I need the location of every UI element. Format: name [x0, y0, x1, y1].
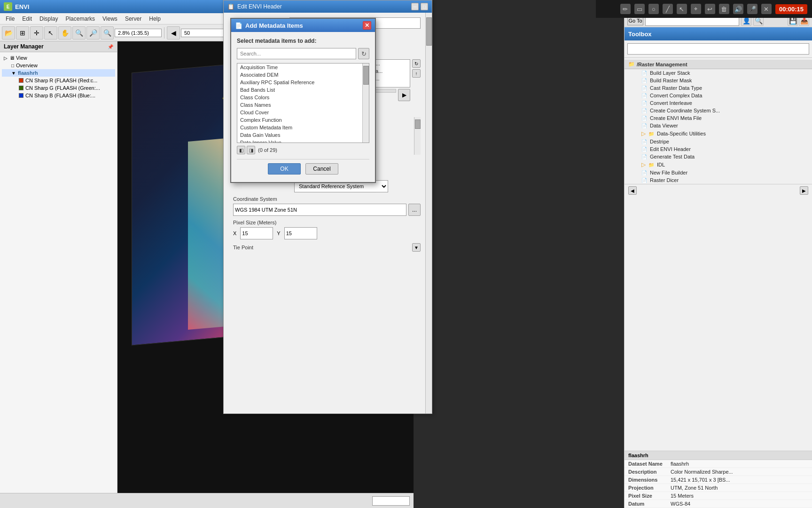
metadata-item-auxiliary-rpc[interactable]: Auxiliary RPC Spatial Reference [237, 79, 369, 86]
tool-label-15: Raster Dicer [650, 177, 679, 183]
tool-generate-test-data[interactable]: 📄 Generate Test Data [634, 153, 812, 160]
tool-convert-complex-data[interactable]: 📄 Convert Complex Data [634, 92, 812, 99]
status-input[interactable] [372, 496, 410, 506]
modal-title: Add Metadata Items [245, 22, 303, 29]
modal-close-btn[interactable]: ✕ [363, 21, 371, 30]
metadata-item-cloud-cover[interactable]: Cloud Cover [237, 109, 369, 116]
pixel-y-input[interactable] [284, 227, 317, 239]
tool-data-viewer[interactable]: 📄 Data Viewer [634, 122, 812, 129]
tool-label-11: Edit ENVI Header [650, 146, 691, 152]
zoom-out-btn[interactable]: 🔍 [101, 26, 114, 40]
tool-edit-envi-header[interactable]: 📄 Edit ENVI Header [634, 145, 812, 153]
dataset-row-name: Dataset Name flaashrh [625, 460, 812, 468]
zoom-level-btn[interactable]: 🔎 [86, 26, 100, 40]
zoom-in-btn[interactable]: 🔍 [72, 26, 86, 40]
line-tool-icon[interactable]: ╱ [663, 4, 673, 14]
coord-system-input[interactable] [233, 204, 406, 216]
metadata-item-class-colors[interactable]: Class Colors [237, 94, 369, 101]
delete-icon[interactable]: 🗑 [719, 4, 729, 14]
tool-destripe[interactable]: 📄 Destripe [634, 138, 812, 145]
layer-manager-pin-icon[interactable]: 📌 [108, 44, 113, 49]
brush-tool-icon[interactable]: ⌖ [691, 4, 701, 14]
tree-item-layer-blue[interactable]: CN Sharp B (FLAASH (Blue:... [2, 92, 115, 99]
crosshair-btn[interactable]: ✛ [30, 26, 43, 40]
minimize-btn[interactable]: ─ [411, 3, 419, 10]
metadata-item-data-gain[interactable]: Data Gain Values [237, 131, 369, 139]
band-refresh-btn[interactable]: ↻ [412, 59, 421, 68]
new-btn[interactable]: 📂 [2, 26, 15, 40]
menu-views[interactable]: Views [99, 15, 121, 23]
tree-nav-right[interactable]: ▶ [800, 186, 808, 195]
menu-edit[interactable]: Edit [18, 15, 36, 23]
maximize-btn[interactable]: □ [421, 3, 428, 10]
tie-point-expand-icon[interactable]: ▼ [412, 243, 421, 252]
metadata-listbox[interactable]: Acquisition Time Associated DEM Auxiliar… [237, 63, 369, 143]
menu-placemarks[interactable]: Placemarks [62, 15, 99, 23]
open-btn[interactable]: ⊞ [16, 26, 29, 40]
tool-new-file-builder[interactable]: 📄 New File Builder [634, 169, 812, 176]
metadata-item-custom-metadata[interactable]: Custom Metadata Item [237, 124, 369, 131]
pan-btn[interactable]: ✋ [58, 26, 71, 40]
tool-cast-raster-data-type[interactable]: 📄 Cast Raster Data Type [634, 84, 812, 92]
back-btn[interactable]: ◀ [167, 26, 180, 40]
tree-item-view[interactable]: ▷ 🖥 View [2, 54, 115, 62]
tool-build-raster-mask[interactable]: 📄 Build Raster Mask [634, 77, 812, 84]
tool-build-layer-stack[interactable]: 📄 Build Layer Stack [634, 69, 812, 77]
dataset-key-datum: Datum [628, 501, 671, 507]
metadata-refresh-btn[interactable]: ↻ [358, 48, 369, 59]
band-scroll-right[interactable]: ▶ [398, 89, 410, 101]
metadata-item-data-ignore[interactable]: Data Ignore Value [237, 139, 369, 143]
volume-icon[interactable]: 🔊 [733, 4, 743, 14]
pixel-x-input[interactable] [240, 227, 273, 239]
dataset-row-desc: Description Color Normalized Sharpe... [625, 468, 812, 476]
overview-expand-icon: □ [11, 63, 14, 68]
mic-icon[interactable]: 🎤 [747, 4, 757, 14]
undo-icon[interactable]: ↩ [705, 4, 715, 14]
tree-item-flaashrh[interactable]: ▼ flaashrh [2, 69, 115, 77]
modal-body: Select metadata items to add: ↻ Acquisit… [231, 32, 375, 182]
tool-convert-interleave[interactable]: 📄 Convert Interleave [634, 99, 812, 107]
menu-help[interactable]: Help [145, 15, 164, 23]
tool-file-icon-1: 📄 [641, 71, 647, 76]
status-btn2[interactable]: ◨ [247, 146, 255, 154]
rectangle-tool-icon[interactable]: ▭ [634, 4, 645, 14]
menu-file[interactable]: File [2, 15, 18, 23]
metadata-item-acquisition-time[interactable]: Acquisition Time [237, 64, 369, 71]
tool-create-coordinate-system[interactable]: 📄 Create Coordinate System S... [634, 107, 812, 114]
menu-display[interactable]: Display [36, 15, 62, 23]
tool-create-envi-meta[interactable]: 📄 Create ENVI Meta File [634, 114, 812, 122]
pointer-btn[interactable]: ↖ [44, 26, 57, 40]
tree-item-layer-green[interactable]: CN Sharp G (FLAASH (Green:... [2, 84, 115, 92]
tree-nav-left[interactable]: ◀ [628, 186, 637, 195]
band-up-btn[interactable]: ↑ [412, 69, 421, 78]
dataset-val-dims: 15,421 x 15,701 x 3 [BS... [671, 477, 808, 483]
circle-tool-icon[interactable]: ○ [648, 4, 659, 14]
frame-input[interactable] [181, 29, 228, 37]
menu-server[interactable]: Server [121, 15, 145, 23]
pencil-tool-icon[interactable]: ✏ [620, 4, 631, 14]
toolbox-search-input[interactable] [627, 43, 809, 55]
metadata-listbox-scrollbar[interactable] [362, 64, 369, 143]
tool-idl[interactable]: ▷ 📁 IDL [634, 160, 812, 169]
dataset-key-pixel: Pixel Size [628, 493, 671, 499]
dialog-scrollbar[interactable] [425, 13, 432, 413]
close-recording-icon[interactable]: ✕ [761, 4, 772, 14]
coord-browse-btn[interactable]: ... [408, 204, 421, 216]
status-btn1[interactable]: ◧ [237, 146, 245, 154]
metadata-search-input[interactable] [237, 48, 356, 59]
metadata-item-class-names[interactable]: Class Names [237, 101, 369, 109]
tree-item-overview[interactable]: □ Overview [2, 62, 115, 69]
metadata-item-complex-function[interactable]: Complex Function [237, 116, 369, 124]
metadata-item-associated-dem[interactable]: Associated DEM [237, 71, 369, 79]
modal-cancel-btn[interactable]: Cancel [305, 163, 338, 175]
zoom-display: 2.8% (1:35.5) [115, 29, 162, 37]
pixel-size-label: Pixel Size (Meters) [233, 220, 421, 225]
tree-item-layer-red[interactable]: CN Sharp R (FLAASH (Red:c... [2, 77, 115, 84]
metadata-item-bad-bands[interactable]: Bad Bands List [237, 86, 369, 94]
tool-raster-dicer[interactable]: 📄 Raster Dicer [634, 176, 812, 184]
tool-label-3: Cast Raster Data Type [650, 85, 702, 91]
modal-ok-btn[interactable]: OK [268, 163, 301, 175]
cursor-tool-icon[interactable]: ↖ [677, 4, 687, 14]
layer-manager-label: Layer Manager [4, 43, 44, 50]
tool-data-specific-utilities[interactable]: ▷ 📁 Data-Specific Utilities [634, 129, 812, 138]
